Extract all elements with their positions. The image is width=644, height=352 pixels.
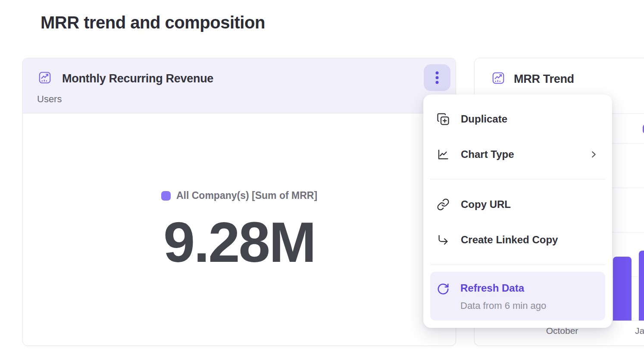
mrr-legend: All Company(s) [Sum of MRR]	[23, 190, 456, 201]
card-menu-button[interactable]	[424, 64, 450, 91]
menu-item-label: Duplicate	[461, 113, 507, 125]
card-context-menu: Duplicate Chart Type Copy URL	[423, 94, 612, 328]
chevron-right-icon	[589, 150, 598, 159]
legend-label: All Company(s) [Sum of MRR]	[176, 190, 317, 201]
mrr-big-value: 9.28M	[23, 210, 456, 275]
mrr-card-header: Monthly Recurring Revenue Users	[23, 58, 456, 113]
duplicate-icon	[437, 113, 450, 126]
mrr-card-subtitle: Users	[37, 94, 62, 105]
trend-bar	[613, 257, 631, 321]
x-tick-january: January	[635, 326, 644, 336]
menu-item-copy-url[interactable]: Copy URL	[423, 192, 612, 217]
menu-divider	[430, 179, 605, 179]
menu-divider	[430, 264, 605, 265]
menu-item-chart-type[interactable]: Chart Type	[423, 142, 612, 167]
refresh-icon	[437, 283, 450, 295]
menu-item-duplicate[interactable]: Duplicate	[423, 107, 612, 131]
linked-copy-icon	[437, 233, 450, 246]
menu-item-label: Copy URL	[461, 198, 511, 211]
page-title: MRR trend and composition	[41, 13, 265, 32]
chart-icon	[492, 72, 505, 85]
trend-bar	[639, 251, 644, 321]
refresh-data-sublabel: Data from 6 min ago	[460, 300, 546, 311]
trend-card-title: MRR Trend	[514, 72, 574, 86]
menu-item-label: Chart Type	[461, 148, 514, 160]
legend-swatch	[161, 191, 171, 201]
mrr-number-card: Monthly Recurring Revenue Users All Comp…	[22, 58, 456, 346]
chart-icon	[38, 71, 51, 84]
mrr-card-title: Monthly Recurring Revenue	[62, 72, 213, 85]
link-icon	[437, 198, 450, 211]
chart-type-icon	[437, 148, 450, 161]
refresh-data-label: Refresh Data	[460, 282, 524, 294]
menu-item-create-linked-copy[interactable]: Create Linked Copy	[423, 228, 612, 252]
menu-item-refresh-data[interactable]: Refresh Data Data from 6 min ago	[430, 272, 605, 321]
menu-item-label: Create Linked Copy	[461, 234, 558, 246]
